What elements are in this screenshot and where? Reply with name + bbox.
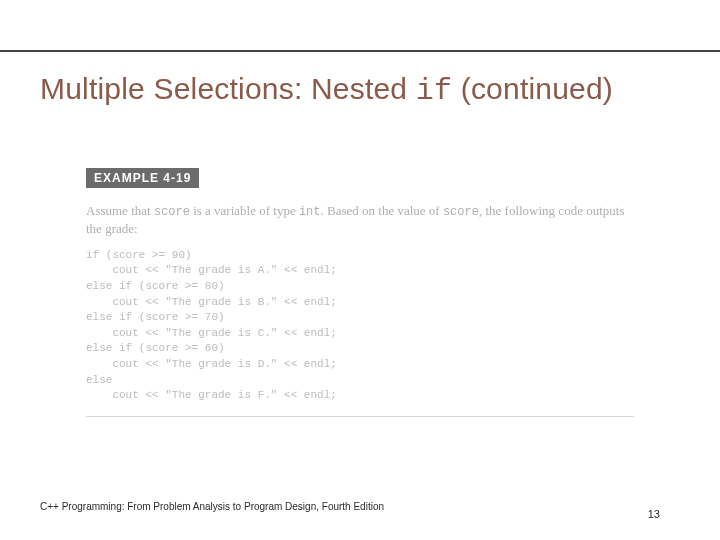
page-number: 13	[648, 508, 660, 520]
intro-var: score	[154, 205, 190, 219]
example-end-rule	[86, 416, 634, 417]
intro-post: . Based on the value of	[321, 203, 443, 218]
title-pre: Multiple Selections: Nested	[40, 72, 416, 105]
top-rule	[0, 50, 720, 52]
intro-pre: Assume that	[86, 203, 154, 218]
example-badge: EXAMPLE 4-19	[86, 168, 199, 188]
intro-mid: is a variable of type	[190, 203, 299, 218]
code-block: if (score >= 90) cout << "The grade is A…	[86, 248, 634, 404]
example-area: EXAMPLE 4-19 Assume that score is a vari…	[86, 168, 634, 417]
slide: Multiple Selections: Nested if (continue…	[0, 0, 720, 540]
intro-var2: score	[443, 205, 479, 219]
title-mono: if	[416, 74, 452, 108]
intro-type: int	[299, 205, 321, 219]
footer-text: C++ Programming: From Problem Analysis t…	[40, 501, 384, 512]
example-intro: Assume that score is a variable of type …	[86, 202, 634, 238]
slide-title: Multiple Selections: Nested if (continue…	[40, 72, 700, 108]
title-post: (continued)	[452, 72, 613, 105]
